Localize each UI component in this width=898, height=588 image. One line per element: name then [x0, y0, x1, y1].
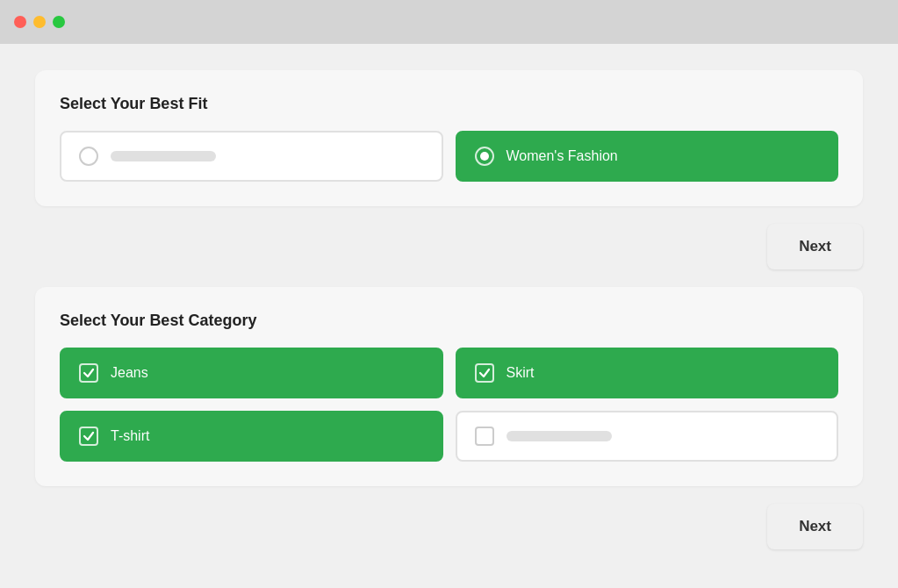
category-option-tshirt[interactable]: T-shirt [60, 411, 443, 462]
fit-option-empty-label [111, 151, 216, 161]
best-category-card: Select Your Best Category Jeans Skir [35, 287, 863, 486]
category-option-empty-label [506, 431, 612, 441]
fit-option-womens-label: Women's Fashion [506, 148, 618, 164]
close-button[interactable] [14, 16, 26, 28]
fit-option-empty[interactable] [60, 131, 443, 182]
next-row-2: Next [35, 504, 863, 549]
minimize-button[interactable] [33, 16, 46, 28]
next-button-2[interactable]: Next [767, 504, 863, 549]
radio-selected-icon [475, 147, 494, 166]
best-fit-card: Select Your Best Fit Women's Fashion [35, 70, 863, 206]
category-jeans-label: Jeans [111, 365, 148, 381]
checkbox-skirt-icon [475, 363, 494, 383]
next-button-1[interactable]: Next [767, 224, 863, 269]
next-row-1: Next [35, 224, 863, 269]
checkbox-jeans-icon [79, 363, 98, 383]
titlebar [0, 0, 898, 44]
best-category-title: Select Your Best Category [60, 312, 838, 330]
content-area: Select Your Best Fit Women's Fashion Nex… [0, 44, 898, 588]
best-fit-options: Women's Fashion [60, 131, 838, 182]
radio-empty-icon [79, 147, 98, 166]
best-category-options: Jeans Skirt T-shirt [60, 348, 838, 462]
category-option-skirt[interactable]: Skirt [456, 348, 839, 398]
checkbox-empty-icon [475, 427, 494, 446]
category-option-jeans[interactable]: Jeans [60, 348, 443, 398]
checkbox-tshirt-icon [79, 427, 98, 446]
fit-option-womens-fashion[interactable]: Women's Fashion [456, 131, 839, 182]
best-fit-title: Select Your Best Fit [60, 95, 838, 113]
category-option-empty[interactable] [456, 411, 839, 462]
category-tshirt-label: T-shirt [111, 428, 149, 444]
category-skirt-label: Skirt [506, 365, 535, 381]
maximize-button[interactable] [53, 16, 65, 28]
